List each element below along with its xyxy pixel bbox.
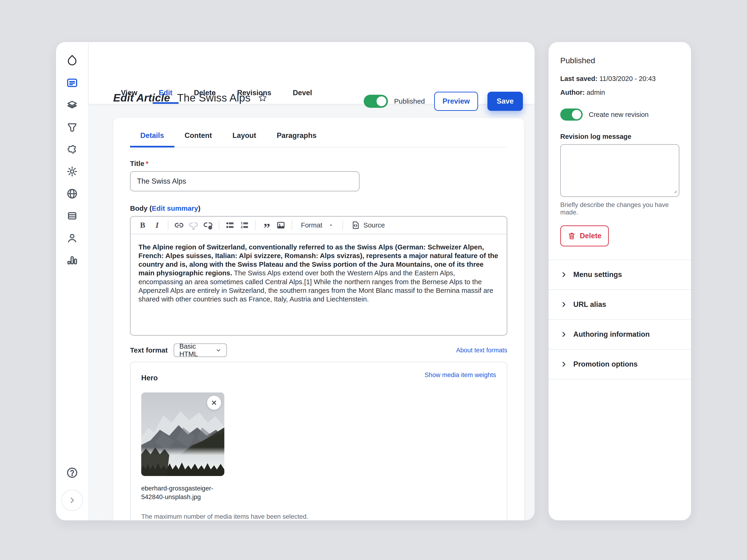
delete-button[interactable]: Delete xyxy=(560,225,609,246)
required-mark: * xyxy=(146,160,149,167)
source-button[interactable]: Source xyxy=(347,220,388,230)
author-label: Author: xyxy=(560,89,585,96)
tab-details[interactable]: Details xyxy=(130,131,174,148)
create-revision-label: Create new revision xyxy=(589,111,648,118)
tab-devel[interactable]: Devel xyxy=(287,89,318,104)
italic-button[interactable]: I xyxy=(151,219,163,232)
accordion-label: URL alias xyxy=(573,300,606,309)
bold-button[interactable]: B xyxy=(136,219,149,232)
accordion-label: Authoring information xyxy=(573,330,650,339)
save-button[interactable]: Save xyxy=(487,92,523,111)
last-saved-value: 11/03/2020 - 20:43 xyxy=(598,75,656,82)
edit-summary-link[interactable]: Edit summary xyxy=(152,205,198,212)
edit-form-card: Details Content Layout Paragraphs Title*… xyxy=(113,118,524,520)
body-label-prefix: Body ( xyxy=(130,205,152,212)
blockquote-button[interactable]: ” xyxy=(260,219,273,232)
tab-view[interactable]: View xyxy=(115,89,143,104)
toolbar-divider xyxy=(168,220,168,230)
sidebar-accordions: Menu settings URL alias Authoring inform… xyxy=(548,260,691,379)
last-saved-label: Last saved: xyxy=(560,75,598,82)
create-revision-row: Create new revision xyxy=(560,108,679,121)
accordion-promotion-options[interactable]: Promotion options xyxy=(548,349,691,379)
primary-tabs: View Edit Delete Revisions Devel xyxy=(115,89,318,104)
toolbar-divider xyxy=(291,220,292,230)
revision-log-textarea[interactable] xyxy=(560,144,679,197)
toolbar-divider xyxy=(219,220,219,230)
chevron-down-icon xyxy=(215,347,221,353)
accordion-label: Promotion options xyxy=(573,360,638,368)
expand-chevron-icon[interactable] xyxy=(61,489,83,511)
unlink-button[interactable] xyxy=(187,219,200,232)
about-text-formats-link[interactable]: About text formats xyxy=(456,347,507,354)
close-icon xyxy=(211,400,217,406)
reports-chart-icon[interactable] xyxy=(64,252,80,269)
format-dropdown-label: Format xyxy=(301,221,323,229)
caret-down-icon xyxy=(329,222,334,228)
page-header: Edit Article The Swiss Alps Published Pr… xyxy=(89,42,535,104)
editor-content[interactable]: The Alpine region of Switzerland, conven… xyxy=(130,234,507,335)
structure-layers-icon[interactable] xyxy=(64,97,80,113)
appearance-shield-icon[interactable] xyxy=(64,119,80,136)
extend-puzzle-icon[interactable] xyxy=(64,141,80,158)
author-value: admin xyxy=(585,89,605,96)
preview-button[interactable]: Preview xyxy=(434,92,478,111)
revision-log-wrap xyxy=(560,144,679,197)
tab-paragraphs[interactable]: Paragraphs xyxy=(266,131,327,148)
title-label-text: Title xyxy=(130,160,144,167)
media-thumbnail xyxy=(141,393,224,476)
last-saved-row: Last saved: 11/03/2020 - 20:43 xyxy=(560,75,679,83)
format-dropdown[interactable]: Format xyxy=(297,221,338,229)
svg-text:1: 1 xyxy=(241,221,242,225)
trash-icon xyxy=(567,232,576,240)
books-icon[interactable] xyxy=(64,208,80,224)
accordion-url-alias[interactable]: URL alias xyxy=(548,290,691,320)
toggle-knob xyxy=(572,110,581,119)
body-field-label: Body (Edit summary) xyxy=(130,205,507,212)
tab-delete[interactable]: Delete xyxy=(188,89,222,104)
text-format-select[interactable]: Basic HTML xyxy=(174,344,227,357)
svg-text:2: 2 xyxy=(241,225,242,229)
published-toggle-label: Published xyxy=(394,97,425,105)
textarea-resize-handle[interactable] xyxy=(672,189,677,195)
nav-rail xyxy=(56,42,89,520)
editor-toolbar: B I xyxy=(130,216,507,234)
content-icon[interactable] xyxy=(64,75,80,91)
link-button[interactable] xyxy=(173,219,185,232)
create-revision-toggle[interactable] xyxy=(560,108,583,121)
people-icon[interactable] xyxy=(64,230,80,246)
image-button[interactable] xyxy=(275,219,287,232)
max-media-note: The maximum number of media items have b… xyxy=(141,513,496,520)
tab-edit[interactable]: Edit xyxy=(153,89,179,104)
revision-log-label: Revision log message xyxy=(560,133,679,140)
web-globe-icon[interactable] xyxy=(64,185,80,202)
bullet-list-button[interactable] xyxy=(224,219,236,232)
body-label-suffix: ) xyxy=(198,205,201,212)
accordion-authoring-information[interactable]: Authoring information xyxy=(548,320,691,349)
source-code-icon xyxy=(351,220,360,230)
tab-content[interactable]: Content xyxy=(174,131,222,148)
media-item: eberhard-grossgasteiger-542840-unsplash.… xyxy=(141,393,224,501)
meta-sidebar: Published Last saved: 11/03/2020 - 20:43… xyxy=(548,42,691,520)
chevron-right-icon xyxy=(560,331,567,338)
tab-layout[interactable]: Layout xyxy=(222,131,266,148)
show-media-weights-link[interactable]: Show media item weights xyxy=(424,371,496,379)
body-editor: B I xyxy=(130,216,507,336)
configuration-gear-icon[interactable] xyxy=(64,163,80,180)
numbered-list-button[interactable]: 12 xyxy=(238,219,251,232)
main-window: Edit Article The Swiss Alps Published Pr… xyxy=(56,42,535,520)
status-heading: Published xyxy=(560,42,679,65)
tab-revisions[interactable]: Revisions xyxy=(231,89,277,104)
hero-header: Hero Show media item weights xyxy=(141,371,496,382)
remove-media-button[interactable] xyxy=(207,396,221,410)
chevron-right-icon xyxy=(560,271,567,278)
accordion-menu-settings[interactable]: Menu settings xyxy=(548,260,691,290)
help-icon[interactable] xyxy=(64,464,80,481)
link-add-button[interactable] xyxy=(202,219,214,232)
form-tabs: Details Content Layout Paragraphs xyxy=(130,118,507,148)
revision-log-help: Briefly describe the changes you have ma… xyxy=(560,201,679,216)
toolbar-divider xyxy=(255,220,256,230)
title-input[interactable] xyxy=(130,171,360,191)
published-toggle[interactable] xyxy=(364,95,388,108)
drupal-logo-icon[interactable] xyxy=(64,52,80,69)
title-field-label: Title* xyxy=(130,160,507,167)
